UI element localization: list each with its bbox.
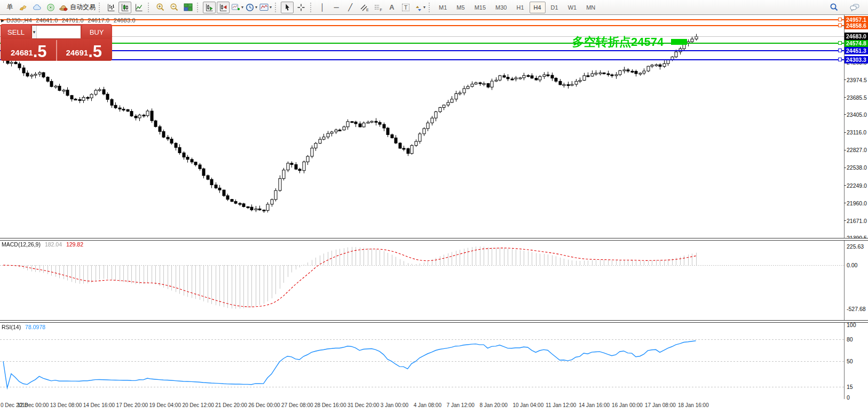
- time-axis-label: 28 Dec 16:00: [314, 402, 346, 408]
- trendline-button[interactable]: ╱: [344, 2, 357, 13]
- line-chart-button[interactable]: [132, 2, 145, 13]
- timeframe-button-H4[interactable]: H4: [530, 2, 546, 13]
- price-tick-dash: [844, 150, 846, 150]
- macd-name: MACD(12,26,9): [2, 241, 41, 248]
- arrows-button[interactable]: ▾: [413, 2, 426, 13]
- text-label-button[interactable]: T: [399, 2, 412, 13]
- crosshair-button[interactable]: [295, 2, 307, 13]
- search-button[interactable]: [827, 2, 840, 13]
- price-tick-label: 23405.0: [847, 112, 867, 118]
- autotrade-button[interactable]: 自动交易: [58, 2, 96, 13]
- chart-shift-button[interactable]: [217, 2, 230, 13]
- time-axis-label: 13 Dec 08:00: [50, 402, 82, 408]
- chart-marker-icon: [1, 19, 4, 22]
- signals-button[interactable]: [44, 2, 57, 13]
- timeframe-button-M15[interactable]: M15: [470, 2, 490, 13]
- auto-scroll-button[interactable]: [203, 2, 216, 13]
- price-tick-label: 22538.0: [847, 164, 867, 171]
- auto-scroll-icon: [205, 3, 214, 12]
- toolbar-separator: [197, 3, 200, 12]
- text-button[interactable]: A: [385, 2, 398, 13]
- pane-divider[interactable]: [0, 238, 868, 241]
- pane-divider[interactable]: [0, 320, 868, 323]
- sell-price-button[interactable]: 24681 .5: [2, 40, 57, 61]
- channel-icon: E: [360, 3, 369, 12]
- dropdown-caret-icon[interactable]: ▾: [270, 5, 272, 10]
- bar-chart-button[interactable]: [105, 2, 117, 13]
- timeframe-button-M30[interactable]: M30: [491, 2, 511, 13]
- label-icon: T: [402, 4, 410, 11]
- current-price-label: 24683.0: [845, 33, 868, 40]
- timeframe-button-MN[interactable]: MN: [582, 2, 599, 13]
- time-axis-label: 27 Dec 08:00: [281, 402, 313, 408]
- gold-icon: [19, 3, 27, 12]
- dropdown-caret-icon[interactable]: ▾: [423, 5, 425, 10]
- dropdown-caret-icon[interactable]: ▾: [255, 5, 257, 10]
- timeframe-button-D1[interactable]: D1: [547, 2, 563, 13]
- equidistant-channel-button[interactable]: E: [358, 2, 370, 13]
- level-marker-square[interactable]: [838, 23, 842, 27]
- vertical-line-button[interactable]: │: [316, 2, 329, 13]
- timeframe-button-M1[interactable]: M1: [435, 2, 451, 13]
- sell-price-frac: .5: [33, 43, 47, 60]
- macd-axis-label: 0.00: [847, 262, 857, 268]
- time-axis-label: 3 Jan 00:00: [381, 402, 408, 408]
- tile-windows-button[interactable]: [182, 2, 194, 13]
- time-axis-label: 17 Jan 08:00: [645, 402, 676, 408]
- fibonacci-button[interactable]: F: [372, 2, 384, 13]
- cloud-button[interactable]: [30, 2, 43, 13]
- price-level-line[interactable]: [0, 59, 844, 60]
- cursor-button[interactable]: [281, 2, 294, 13]
- macd-axis-label: -527.68: [847, 306, 866, 312]
- periods-button[interactable]: ▾: [245, 2, 258, 13]
- trendline-icon: ╱: [348, 3, 352, 11]
- buy-price-frac: .5: [88, 43, 102, 60]
- timeframe-group: M1M5M15M30H1H4D1W1MN: [434, 2, 600, 13]
- bar-chart-icon: [107, 3, 115, 12]
- volume-input[interactable]: [37, 26, 81, 38]
- timeframe-button-H1[interactable]: H1: [512, 2, 528, 13]
- price-tick-label: 21960.0: [847, 200, 867, 206]
- price-tick-label: 23974.5: [847, 77, 867, 83]
- time-axis-label: 14 Jan 16:00: [579, 402, 610, 408]
- sell-button[interactable]: SELL: [2, 25, 30, 39]
- volume-decrease-button[interactable]: ▼: [32, 26, 37, 38]
- level-marker-square[interactable]: [838, 58, 842, 61]
- timeframe-button-W1[interactable]: W1: [564, 2, 581, 13]
- timeframe-button-M5[interactable]: M5: [452, 2, 469, 13]
- zoom-out-button[interactable]: [168, 2, 180, 13]
- time-axis-label: 8 Jan 20:00: [480, 402, 508, 408]
- time-axis-label: 7 Jan 12:00: [447, 402, 475, 408]
- price-tick-label: 21671.0: [847, 218, 867, 224]
- add-indicator-button[interactable]: ▾: [231, 2, 244, 13]
- rsi-axis-label: 0: [847, 394, 850, 401]
- market-button[interactable]: [17, 2, 29, 13]
- pivot-annotation-rectangle[interactable]: [671, 39, 687, 45]
- toolbar-separator: [99, 3, 102, 12]
- level-marker-square[interactable]: [838, 18, 842, 21]
- level-marker-square[interactable]: [838, 41, 842, 45]
- price-chart-canvas[interactable]: [0, 15, 844, 238]
- chat-button[interactable]: [848, 2, 861, 13]
- price-level-line[interactable]: [0, 50, 844, 51]
- new-order-button[interactable]: 单: [3, 2, 15, 13]
- search-icon: [830, 3, 839, 12]
- templates-button[interactable]: ▾: [259, 2, 272, 13]
- current-price-line: [0, 36, 844, 37]
- price-level-line[interactable]: [0, 43, 844, 44]
- macd-main-value: 182.04: [45, 241, 62, 248]
- level-marker-square[interactable]: [838, 49, 842, 52]
- price-level-line[interactable]: [0, 25, 844, 26]
- buy-price-button[interactable]: 24691 .5: [57, 40, 112, 61]
- dropdown-caret-icon[interactable]: ▾: [241, 5, 243, 10]
- chart-area: 24957.124858.624574.824451.324303.324683…: [0, 15, 868, 414]
- candlestick-chart-button[interactable]: [119, 2, 131, 13]
- horizontal-line-button[interactable]: ─: [330, 2, 343, 13]
- macd-indicator-canvas[interactable]: [0, 241, 844, 320]
- zoom-in-button[interactable]: [154, 2, 167, 13]
- price-tick-dash: [844, 203, 846, 203]
- pivot-annotation-text[interactable]: 多空转折点24574: [572, 34, 664, 50]
- buy-button[interactable]: BUY: [82, 25, 111, 39]
- add-indicator-icon: [231, 3, 240, 12]
- rsi-indicator-canvas[interactable]: [0, 323, 844, 399]
